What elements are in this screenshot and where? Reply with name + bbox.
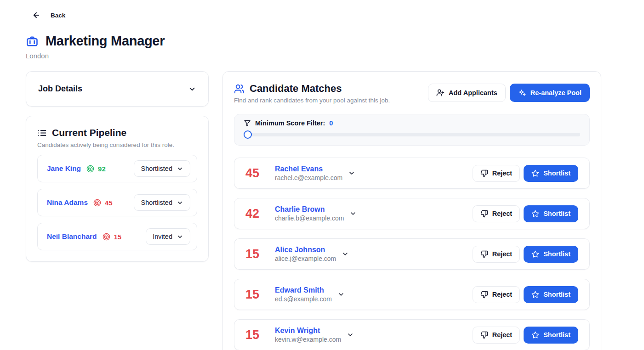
- chevron-down-icon[interactable]: [342, 250, 349, 258]
- sparkles-icon: [518, 89, 526, 97]
- match-list: 45 Rachel Evans rachel.e@example.com Rej…: [234, 158, 590, 350]
- job-title-row: Marketing Manager: [26, 34, 165, 49]
- match-identity: Charlie Brown charlie.b@example.com: [275, 205, 344, 222]
- back-label: Back: [51, 12, 65, 19]
- star-icon: [531, 169, 539, 177]
- chevron-down-icon[interactable]: [348, 169, 355, 177]
- match-candidate-email: charlie.b@example.com: [275, 215, 344, 222]
- status-dropdown[interactable]: Shortlisted: [134, 194, 190, 211]
- match-row: 15 Kevin Wright kevin.w@example.com Reje…: [234, 319, 590, 350]
- match-candidate-name[interactable]: Alice Johnson: [275, 246, 336, 254]
- matches-title: Candidate Matches: [250, 83, 342, 95]
- target-icon: [93, 199, 101, 207]
- reject-button[interactable]: Reject: [473, 246, 520, 263]
- status-label: Shortlisted: [141, 165, 172, 172]
- thumbs-down-icon: [480, 331, 488, 339]
- reject-button[interactable]: Reject: [473, 205, 520, 222]
- match-identity: Kevin Wright kevin.w@example.com: [275, 327, 341, 343]
- page: Back Marketing Manager London Job Detail…: [0, 0, 644, 350]
- shortlist-button[interactable]: Shortlist: [524, 165, 578, 182]
- add-applicants-button[interactable]: Add Applicants: [428, 84, 506, 102]
- back-button[interactable]: Back: [32, 11, 65, 19]
- chevron-down-icon: [177, 199, 183, 206]
- match-candidate-name[interactable]: Charlie Brown: [275, 205, 344, 214]
- match-score: 42: [245, 207, 265, 221]
- match-identity: Alice Johnson alice.j@example.com: [275, 246, 336, 262]
- page-title: Marketing Manager: [46, 34, 165, 49]
- job-location: London: [26, 52, 165, 60]
- reject-label: Reject: [492, 210, 513, 217]
- pipeline-candidate-info: Neil Blanchard 15: [47, 232, 121, 241]
- thumbs-down-icon: [480, 291, 488, 299]
- match-row-actions: Reject Shortlist: [473, 165, 578, 182]
- matches-actions: Add Applicants Re-analyze Pool: [428, 84, 590, 102]
- shortlist-label: Shortlist: [543, 331, 570, 339]
- pipeline-row: Neil Blanchard 15 Invited: [37, 223, 197, 250]
- thumbs-down-icon: [480, 250, 488, 258]
- match-candidate-name[interactable]: Kevin Wright: [275, 327, 341, 335]
- pipeline-subtitle: Candidates actively being considered for…: [37, 141, 197, 148]
- reject-button[interactable]: Reject: [473, 286, 520, 303]
- job-details-title: Job Details: [38, 84, 82, 94]
- match-identity: Rachel Evans rachel.e@example.com: [275, 165, 342, 181]
- shortlist-button[interactable]: Shortlist: [524, 205, 578, 222]
- pipeline-candidate-score: 92: [98, 165, 106, 173]
- match-row: 15 Edward Smith ed.s@example.com Reject: [234, 279, 590, 310]
- slider-track[interactable]: [244, 133, 580, 136]
- shortlist-label: Shortlist: [543, 291, 570, 298]
- reject-label: Reject: [492, 169, 513, 177]
- reject-button[interactable]: Reject: [473, 165, 520, 182]
- match-row: 45 Rachel Evans rachel.e@example.com Rej…: [234, 158, 590, 189]
- chevron-down-icon[interactable]: [347, 331, 354, 339]
- min-score-slider[interactable]: [244, 130, 580, 139]
- briefcase-icon: [26, 35, 39, 48]
- job-details-card[interactable]: Job Details: [26, 71, 209, 107]
- shortlist-button[interactable]: Shortlist: [524, 246, 578, 263]
- thumbs-down-icon: [480, 210, 488, 218]
- star-icon: [531, 291, 539, 299]
- match-score: 15: [245, 247, 265, 261]
- match-row-actions: Reject Shortlist: [473, 286, 578, 303]
- user-plus-icon: [436, 89, 445, 97]
- left-column: Job Details Current Pipeline Candidates …: [26, 71, 209, 262]
- match-row-actions: Reject Shortlist: [473, 246, 578, 263]
- add-applicants-label: Add Applicants: [449, 89, 497, 96]
- chevron-down-icon[interactable]: [337, 291, 345, 298]
- candidate-matches-panel: Candidate Matches Find and rank candidat…: [222, 71, 601, 350]
- reject-label: Reject: [492, 250, 513, 258]
- match-identity: Edward Smith ed.s@example.com: [275, 286, 332, 303]
- filter-icon: [244, 119, 251, 127]
- pipeline-candidate-name[interactable]: Neil Blanchard: [47, 232, 97, 241]
- slider-thumb[interactable]: [244, 130, 252, 139]
- pipeline-candidate-name[interactable]: Nina Adams: [47, 198, 88, 207]
- match-row-actions: Reject Shortlist: [473, 327, 578, 344]
- status-dropdown[interactable]: Shortlisted: [134, 160, 190, 177]
- pipeline-candidate-name[interactable]: Jane King: [47, 164, 81, 173]
- match-row: 15 Alice Johnson alice.j@example.com Rej…: [234, 238, 590, 270]
- pipeline-row: Jane King 92 Shortlisted: [37, 155, 197, 182]
- shortlist-label: Shortlist: [543, 169, 570, 177]
- status-label: Invited: [153, 233, 172, 240]
- status-dropdown[interactable]: Invited: [146, 228, 190, 245]
- match-candidate-email: kevin.w@example.com: [275, 336, 341, 343]
- match-candidate-name[interactable]: Edward Smith: [275, 286, 332, 294]
- reject-button[interactable]: Reject: [473, 327, 520, 344]
- star-icon: [531, 250, 539, 258]
- shortlist-button[interactable]: Shortlist: [524, 286, 578, 303]
- pipeline-candidate-score: 15: [114, 233, 122, 241]
- thumbs-down-icon: [480, 169, 488, 177]
- chevron-down-icon[interactable]: [349, 210, 357, 217]
- page-header: Back Marketing Manager London: [26, 11, 165, 60]
- reanalyze-pool-button[interactable]: Re-analyze Pool: [510, 84, 590, 102]
- pipeline-candidate-score: 45: [105, 199, 113, 207]
- match-candidate-name[interactable]: Rachel Evans: [275, 165, 342, 173]
- shortlist-label: Shortlist: [543, 210, 570, 217]
- shortlist-button[interactable]: Shortlist: [524, 327, 578, 344]
- chevron-down-icon: [188, 85, 196, 93]
- pipeline-candidate-info: Jane King 92: [47, 164, 106, 173]
- chevron-down-icon: [177, 165, 183, 172]
- matches-subtitle: Find and rank candidates from your pool …: [234, 97, 390, 104]
- match-score: 15: [245, 328, 265, 342]
- match-candidate-email: ed.s@example.com: [275, 295, 332, 303]
- star-icon: [531, 210, 539, 218]
